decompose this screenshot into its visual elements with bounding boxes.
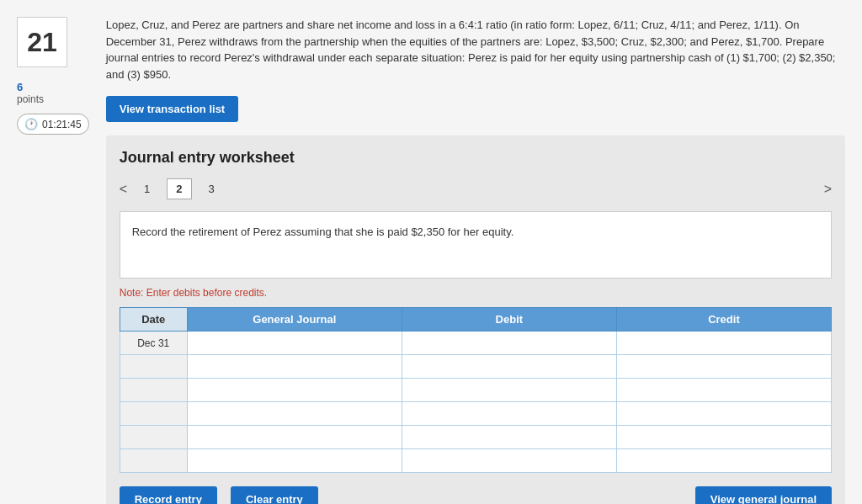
input-debit-0[interactable] — [409, 337, 609, 349]
tab-2[interactable]: 2 — [167, 178, 191, 199]
input-credit-0[interactable] — [624, 337, 824, 349]
input-credit-1[interactable] — [624, 361, 824, 373]
journal-table: Date General Journal Debit Credit Dec 31 — [120, 307, 832, 473]
cell-journal-0[interactable] — [187, 332, 402, 355]
input-journal-2[interactable] — [194, 385, 395, 396]
worksheet-container: Journal entry worksheet < 1 2 3 > Record… — [106, 135, 845, 504]
input-credit-5[interactable] — [624, 455, 824, 467]
cell-journal-2[interactable] — [187, 379, 402, 402]
cell-credit-4[interactable] — [616, 426, 831, 449]
points-value: 6 — [17, 81, 23, 93]
input-credit-3[interactable] — [624, 408, 824, 420]
view-transaction-button[interactable]: View transaction list — [106, 96, 238, 122]
cell-date-2 — [120, 379, 187, 402]
cell-credit-3[interactable] — [616, 402, 831, 426]
input-credit-2[interactable] — [624, 385, 824, 396]
cell-credit-1[interactable] — [616, 355, 831, 379]
cell-journal-3[interactable] — [187, 402, 402, 426]
table-row — [120, 355, 831, 379]
points-label: points — [17, 93, 44, 105]
timer-box: 🕐 01:21:45 — [17, 114, 89, 135]
record-entry-button[interactable]: Record entry — [120, 486, 217, 504]
cell-debit-2[interactable] — [402, 379, 616, 402]
timer-icon: 🕐 — [24, 118, 38, 130]
input-debit-1[interactable] — [409, 361, 609, 373]
table-row — [120, 402, 831, 426]
input-journal-1[interactable] — [194, 361, 395, 373]
table-row — [120, 449, 831, 473]
input-debit-2[interactable] — [409, 385, 609, 396]
cell-credit-0[interactable] — [616, 332, 831, 355]
table-row — [120, 426, 831, 449]
problem-description: Lopez, Cruz, and Perez are partners and … — [106, 17, 845, 82]
worksheet-title: Journal entry worksheet — [120, 149, 832, 167]
cell-journal-5[interactable] — [187, 449, 402, 473]
cell-debit-5[interactable] — [402, 449, 616, 473]
cell-date-5 — [120, 449, 187, 473]
cell-journal-1[interactable] — [187, 355, 402, 379]
tab-3[interactable]: 3 — [200, 179, 223, 199]
tab-1[interactable]: 1 — [136, 179, 158, 199]
cell-date-0: Dec 31 — [120, 332, 187, 355]
input-journal-0[interactable] — [194, 337, 395, 349]
cell-date-3 — [120, 402, 187, 426]
actions-row: Record entry Clear entry View general jo… — [120, 486, 832, 504]
cell-debit-4[interactable] — [402, 426, 616, 449]
input-credit-4[interactable] — [624, 432, 824, 443]
input-journal-3[interactable] — [194, 408, 395, 420]
cell-debit-0[interactable] — [402, 332, 616, 355]
note-text: Note: Enter debits before credits. — [120, 287, 832, 299]
input-journal-5[interactable] — [194, 455, 395, 467]
tab-prev-button[interactable]: < — [120, 182, 127, 197]
input-debit-3[interactable] — [409, 408, 609, 420]
view-general-journal-button[interactable]: View general journal — [695, 486, 832, 504]
timer-value: 01:21:45 — [42, 119, 82, 130]
question-number: 21 — [17, 17, 67, 67]
input-debit-4[interactable] — [409, 432, 609, 443]
clear-entry-button[interactable]: Clear entry — [231, 486, 318, 504]
col-header-date: Date — [120, 308, 187, 332]
input-journal-4[interactable] — [194, 432, 395, 443]
tab-next-button[interactable]: > — [824, 182, 832, 197]
cell-debit-1[interactable] — [402, 355, 616, 379]
table-row — [120, 379, 831, 402]
cell-credit-5[interactable] — [616, 449, 831, 473]
cell-credit-2[interactable] — [616, 379, 831, 402]
input-debit-5[interactable] — [409, 455, 609, 467]
col-header-debit: Debit — [402, 308, 616, 332]
cell-date-1 — [120, 355, 187, 379]
col-header-journal: General Journal — [187, 308, 402, 332]
cell-date-4 — [120, 426, 187, 449]
instruction-box: Record the retirement of Perez assuming … — [120, 211, 832, 279]
table-row: Dec 31 — [120, 332, 831, 355]
col-header-credit: Credit — [616, 308, 831, 332]
cell-debit-3[interactable] — [402, 402, 616, 426]
cell-journal-4[interactable] — [187, 426, 402, 449]
tab-navigation: < 1 2 3 > — [120, 178, 832, 199]
